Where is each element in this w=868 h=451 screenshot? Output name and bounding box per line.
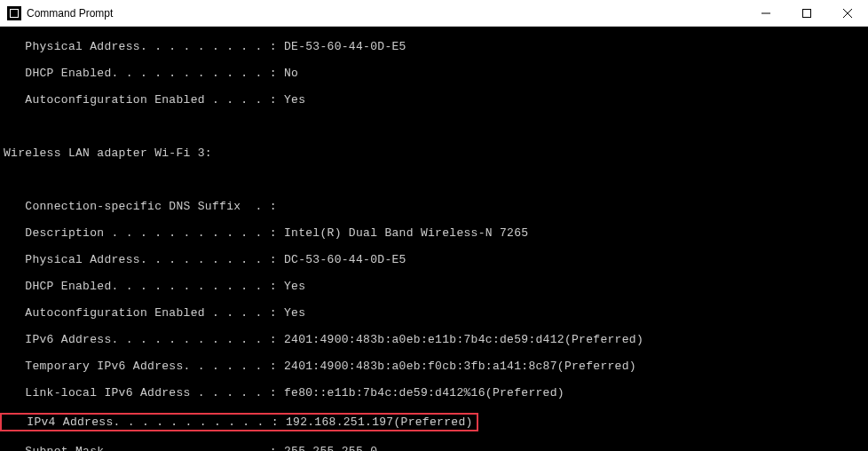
minimize-button[interactable] — [746, 0, 786, 27]
window-title: Command Prompt — [27, 7, 746, 20]
output-line: Autoconfiguration Enabled . . . . : Yes — [4, 306, 864, 320]
terminal-output[interactable]: Physical Address. . . . . . . . . : DE-5… — [0, 27, 868, 451]
adapter-header: Wireless LAN adapter Wi-Fi 3: — [4, 146, 864, 160]
window-controls — [746, 0, 868, 26]
output-line: Physical Address. . . . . . . . . : DE-5… — [4, 40, 864, 53]
svg-rect-1 — [803, 10, 811, 18]
output-line: Temporary IPv6 Address. . . . . . : 2401… — [4, 360, 864, 373]
output-line: Description . . . . . . . . . . . : Inte… — [4, 226, 864, 240]
close-button[interactable] — [827, 0, 868, 27]
output-line: Subnet Mask . . . . . . . . . . . : 255.… — [4, 445, 864, 451]
ipv4-highlight-box: IPv4 Address. . . . . . . . . . . : 192.… — [0, 413, 478, 431]
cmd-icon — [7, 6, 21, 20]
output-line — [4, 120, 864, 133]
output-line — [4, 173, 864, 186]
output-line: Autoconfiguration Enabled . . . . : Yes — [4, 93, 864, 107]
output-line: DHCP Enabled. . . . . . . . . . . : No — [4, 67, 864, 80]
titlebar: Command Prompt — [0, 0, 868, 27]
output-line: DHCP Enabled. . . . . . . . . . . : Yes — [4, 280, 864, 293]
ipv4-highlighted-line: IPv4 Address. . . . . . . . . . . : 192.… — [4, 413, 864, 431]
output-line: Link-local IPv6 Address . . . . . : fe80… — [4, 386, 864, 400]
output-line: Connection-specific DNS Suffix . : — [4, 200, 864, 213]
output-line: Physical Address. . . . . . . . . : DC-5… — [4, 253, 864, 266]
output-line: IPv6 Address. . . . . . . . . . . : 2401… — [4, 333, 864, 346]
maximize-button[interactable] — [786, 0, 827, 27]
